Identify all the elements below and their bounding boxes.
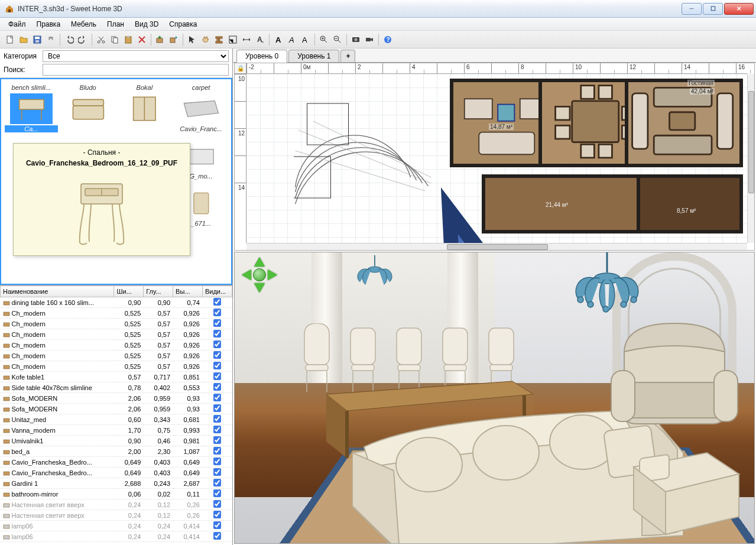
table-row[interactable]: Kofe table1 0,570,7170,851 — [1, 372, 232, 382]
table-row[interactable]: Ch_modern 0,5250,570,926 — [1, 351, 232, 361]
table-row[interactable]: Ch_modern 0,5250,570,926 — [1, 319, 232, 329]
add-level-button[interactable]: + — [340, 50, 355, 62]
redo-icon[interactable] — [76, 33, 89, 46]
tab-level-0[interactable]: Уровень 0 — [236, 50, 287, 63]
table-row[interactable]: lamp06 0,240,240,414 — [1, 531, 232, 542]
table-row[interactable]: Sofa_MODERN 2,060,9590,93 — [1, 404, 232, 414]
paste-icon[interactable] — [122, 33, 135, 46]
menu-plan[interactable]: План — [102, 19, 129, 30]
visible-checkbox[interactable] — [213, 383, 221, 391]
minimize-button[interactable]: ─ — [682, 3, 702, 15]
photo-icon[interactable] — [349, 33, 362, 46]
save-icon[interactable] — [31, 33, 44, 46]
visible-checkbox[interactable] — [213, 362, 221, 369]
visible-checkbox[interactable] — [213, 340, 221, 348]
delete-icon[interactable] — [135, 33, 148, 46]
pan-tool-icon[interactable] — [199, 33, 212, 46]
table-row[interactable]: bed_a 2,002,301,087 — [1, 446, 232, 457]
plan-canvas[interactable]: 14,87 м² Гостиная 42,04 м² 21,44 м² 8,57… — [246, 74, 747, 243]
table-row[interactable]: Gardini 1 2,6880,2432,687 — [1, 478, 232, 489]
visible-checkbox[interactable] — [213, 309, 221, 316]
visible-checkbox[interactable] — [213, 426, 221, 433]
visible-checkbox[interactable] — [213, 351, 221, 359]
menu-file[interactable]: Файл — [4, 19, 31, 30]
copy-icon[interactable] — [108, 33, 121, 46]
table-row[interactable]: Ch_modern 0,5250,570,926 — [1, 329, 232, 340]
col-height[interactable]: Вы... — [173, 286, 203, 297]
italic-icon[interactable]: A — [285, 33, 298, 46]
zoomout-icon[interactable] — [331, 33, 344, 46]
compass-center-button[interactable] — [253, 268, 266, 281]
visible-checkbox[interactable] — [213, 404, 221, 412]
table-row[interactable]: Ch_modern 0,5250,570,926 — [1, 340, 232, 351]
table-row[interactable]: bathroom-mirror 0,060,020,11 — [1, 489, 232, 499]
text-tool-icon[interactable]: A — [254, 33, 267, 46]
catalog-item[interactable]: Bludo — [60, 82, 116, 135]
table-row[interactable]: Side table 40x78cm slimline 0,780,4020,5… — [1, 382, 232, 393]
font-tool-icon[interactable]: A — [299, 33, 312, 46]
table-row[interactable]: lamp06 0,240,240,414 — [1, 521, 232, 531]
zoomin-icon[interactable] — [317, 33, 330, 46]
visible-checkbox[interactable] — [213, 479, 221, 486]
catalog-item[interactable]: carpet Cavio_Franc... — [173, 82, 229, 135]
visible-checkbox[interactable] — [213, 532, 221, 540]
menu-3dview[interactable]: Вид 3D — [130, 19, 163, 30]
tab-level-1[interactable]: Уровень 1 — [288, 50, 339, 62]
table-row[interactable]: Ch_modern 0,5250,570,926 — [1, 361, 232, 372]
bold-icon[interactable]: A — [272, 33, 285, 46]
dimension-tool-icon[interactable] — [240, 33, 253, 46]
table-row[interactable]: Настенная светит вверх 0,240,120,26 — [1, 499, 232, 510]
visible-checkbox[interactable] — [213, 447, 221, 455]
menu-furniture[interactable]: Мебель — [66, 19, 101, 30]
compass-down-button[interactable] — [254, 282, 265, 294]
close-button[interactable]: ✕ — [724, 3, 754, 15]
table-row[interactable]: Cavio_Francheska_Bedro... 0,6490,4030,64… — [1, 468, 232, 478]
visible-checkbox[interactable] — [213, 511, 221, 518]
catalog-item[interactable]: bench slimli... Ca... — [4, 82, 59, 135]
visible-checkbox[interactable] — [213, 489, 221, 497]
add-furniture-icon[interactable] — [154, 33, 167, 46]
visible-checkbox[interactable] — [213, 298, 221, 306]
open-icon[interactable] — [17, 33, 30, 46]
undo-icon[interactable] — [63, 33, 76, 46]
plan-hscroll[interactable] — [246, 243, 747, 250]
wall-tool-icon[interactable] — [213, 33, 226, 46]
compass-left-button[interactable] — [241, 269, 252, 281]
table-row[interactable]: dining table 160 x 160 slim... 0,900,900… — [1, 297, 232, 308]
visible-checkbox[interactable] — [213, 330, 221, 338]
visible-checkbox[interactable] — [213, 458, 221, 465]
plan-vscroll[interactable] — [747, 74, 754, 243]
new-icon[interactable] — [4, 33, 17, 46]
visible-checkbox[interactable] — [213, 415, 221, 423]
video-icon[interactable] — [363, 33, 376, 46]
visible-checkbox[interactable] — [213, 436, 221, 444]
search-input[interactable] — [43, 64, 229, 76]
import-icon[interactable] — [167, 33, 180, 46]
visible-checkbox[interactable] — [213, 319, 221, 327]
col-name[interactable]: Наименование — [1, 286, 114, 297]
help-icon[interactable]: ? — [381, 33, 394, 46]
prefs-icon[interactable] — [44, 33, 57, 46]
cut-icon[interactable] — [95, 33, 108, 46]
catalog-item[interactable]: Bokal — [117, 82, 173, 135]
view-3d[interactable] — [234, 252, 755, 544]
menu-help[interactable]: Справка — [164, 19, 202, 30]
table-row[interactable]: Unitaz_med 0,600,3430,681 — [1, 414, 232, 425]
compass-up-button[interactable] — [254, 256, 265, 268]
select-tool-icon[interactable] — [186, 33, 199, 46]
table-row[interactable]: Cavio_Francheska_Bedro... 0,6490,4030,64… — [1, 457, 232, 468]
visible-checkbox[interactable] — [213, 521, 221, 529]
visible-checkbox[interactable] — [213, 372, 221, 380]
category-select[interactable]: Все — [43, 50, 229, 62]
compass-right-button[interactable] — [267, 269, 278, 281]
visible-checkbox[interactable] — [213, 500, 221, 508]
lock-icon[interactable]: 🔒 — [237, 65, 244, 72]
table-row[interactable]: Vanna_modern 1,700,750,993 — [1, 425, 232, 436]
col-depth[interactable]: Глу... — [144, 286, 173, 297]
visible-checkbox[interactable] — [213, 468, 221, 476]
room-tool-icon[interactable] — [226, 33, 239, 46]
col-visible[interactable]: Види... — [202, 286, 232, 297]
table-row[interactable]: Sofa_MODERN 2,060,9590,93 — [1, 393, 232, 404]
table-row[interactable]: Umivalnik1 0,900,460,981 — [1, 436, 232, 446]
col-width[interactable]: Ши... — [114, 286, 144, 297]
